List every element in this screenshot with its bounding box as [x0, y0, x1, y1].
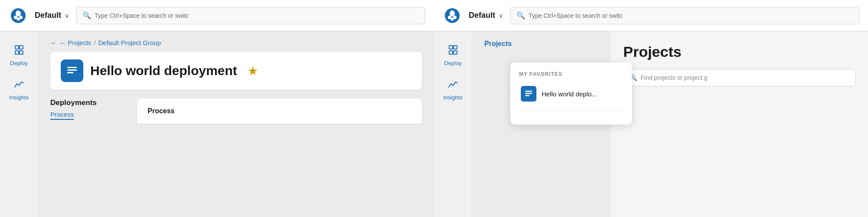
sidebar-item-deploy-right[interactable]: Deploy	[436, 40, 470, 71]
topbar-left: Default ∨ 🔍 Type Ctrl+Space to search or…	[0, 0, 434, 31]
workspace-name-right: Default	[469, 11, 495, 20]
main-area-right: Deploy Insights Projects MY FAVORITES	[434, 31, 868, 217]
svg-point-16	[451, 17, 454, 20]
chevron-down-icon-right: ∨	[499, 12, 503, 19]
project-card-title-left: Hello world deployment	[90, 63, 237, 78]
projects-title: Projects	[623, 43, 856, 60]
project-card-icon-left	[61, 59, 83, 82]
svg-rect-23	[525, 95, 529, 96]
sidebar-item-insights-left[interactable]: Insights	[2, 74, 36, 105]
star-icon-left[interactable]: ★	[247, 64, 258, 78]
search-bar-left[interactable]: 🔍 Type Ctrl+Space to search or switc	[76, 7, 425, 24]
sidebar-label-insights-right: Insights	[443, 94, 463, 101]
breadcrumb-separator: /	[94, 39, 95, 46]
favorites-dropdown: MY FAVORITES Hello world deplo...	[510, 62, 632, 125]
projects-link: Projects	[484, 40, 512, 47]
svg-rect-21	[525, 91, 532, 92]
sidebar-label-deploy-left: Deploy	[10, 60, 27, 66]
search-placeholder-right: Type Ctrl+Space to search or switc	[529, 12, 623, 19]
breadcrumb-back-label: ← Projects	[59, 39, 91, 46]
svg-rect-20	[454, 51, 457, 54]
sidebar-left: Deploy Insights	[0, 31, 38, 217]
breadcrumb-back-left[interactable]: ← ← Projects	[50, 39, 91, 46]
topbar-right: Default ∨ 🔍 Type Ctrl+Space to search or…	[434, 0, 868, 31]
breadcrumb-current-left: Default Project Group	[99, 39, 161, 46]
dropdown-divider	[519, 110, 623, 111]
sidebar-item-deploy-left[interactable]: Deploy	[2, 40, 36, 71]
sections-row-left: Deployments Process Process	[38, 99, 434, 124]
chevron-down-icon: ∨	[65, 12, 69, 19]
svg-rect-18	[454, 46, 457, 49]
logo-icon	[9, 6, 28, 25]
panel-right: Default ∨ 🔍 Type Ctrl+Space to search or…	[434, 0, 868, 217]
content-left: ← ← Projects / Default Project Group Hel…	[38, 31, 434, 217]
content-right: Projects MY FAVORITES Hello world deplo.…	[472, 31, 868, 217]
dropdown-item-icon	[521, 86, 536, 102]
svg-rect-22	[525, 93, 532, 94]
deploy-icon-left	[13, 44, 25, 58]
projects-main-right: Projects 🔍 Find projects or project g	[611, 31, 868, 217]
search-bar-right[interactable]: 🔍 Type Ctrl+Space to search or switc	[510, 7, 859, 24]
section-right-left: Process	[137, 99, 422, 124]
svg-point-1	[16, 10, 21, 16]
insights-icon-left	[13, 79, 25, 92]
search-icon-left: 🔍	[82, 11, 91, 20]
find-projects-placeholder: Find projects or project g	[641, 74, 707, 81]
svg-rect-8	[20, 51, 23, 54]
breadcrumb-left: ← ← Projects / Default Project Group	[38, 31, 434, 52]
dropdown-item-label: Hello world deplo...	[542, 90, 597, 98]
logo-icon-right	[443, 6, 462, 25]
sidebar-label-deploy-right: Deploy	[444, 60, 461, 66]
svg-rect-9	[67, 67, 77, 68]
svg-rect-10	[67, 69, 77, 71]
sidebar-right: Deploy Insights	[434, 31, 472, 217]
search-icon-right: 🔍	[516, 11, 525, 20]
process-title: Process	[148, 107, 411, 115]
sidebar-label-insights-left: Insights	[9, 94, 29, 101]
svg-point-13	[450, 10, 455, 16]
process-tab[interactable]: Process	[50, 111, 74, 120]
svg-rect-17	[449, 46, 453, 49]
project-card-left[interactable]: Hello world deployment ★	[50, 52, 422, 90]
deploy-icon-right	[447, 44, 459, 58]
panel-left: Default ∨ 🔍 Type Ctrl+Space to search or…	[0, 0, 434, 217]
workspace-name-left: Default	[35, 11, 61, 20]
main-area-left: Deploy Insights ← ← Projects / Def	[0, 31, 434, 217]
workspace-selector-left[interactable]: Default ∨	[35, 11, 69, 20]
sidebar-item-insights-right[interactable]: Insights	[436, 74, 470, 105]
find-projects-bar[interactable]: 🔍 Find projects or project g	[623, 69, 856, 86]
svg-rect-11	[67, 72, 73, 73]
favorites-section-title: MY FAVORITES	[519, 71, 623, 77]
svg-rect-19	[449, 51, 453, 54]
svg-rect-6	[20, 46, 23, 49]
svg-rect-7	[15, 51, 19, 54]
search-placeholder-left: Type Ctrl+Space to search or switc	[95, 12, 189, 19]
workspace-selector-right[interactable]: Default ∨	[469, 11, 503, 20]
section-left-left: Deployments Process	[50, 99, 137, 124]
svg-rect-5	[15, 46, 19, 49]
svg-point-4	[17, 17, 20, 20]
deployments-title: Deployments	[50, 99, 137, 107]
back-arrow-icon: ←	[50, 39, 57, 46]
dropdown-item-hello-world[interactable]: Hello world deplo...	[519, 82, 623, 105]
insights-icon-right	[447, 79, 459, 92]
